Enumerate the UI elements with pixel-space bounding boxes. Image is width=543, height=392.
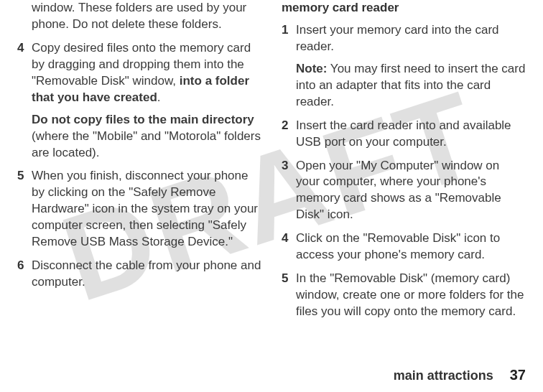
step-number: 4 (282, 230, 296, 263)
right-step-3: 3 Open your "My Computer" window on your… (282, 158, 526, 224)
page-footer: main attractions 37 (394, 367, 526, 383)
right-step-4: 4 Click on the "Removable Disk" icon to … (282, 230, 526, 263)
step4-sub-rest: (where the "Mobile" and "Motorola" folde… (32, 129, 261, 159)
step-number: 5 (282, 271, 296, 320)
step-number: 4 (17, 40, 32, 162)
step-body: Insert your memory card into the card re… (296, 22, 526, 111)
step1-note: Note: You may first need to insert the c… (296, 61, 526, 111)
footer-page-number: 37 (510, 367, 526, 383)
right-step-1: 1 Insert your memory card into the card … (282, 22, 526, 111)
left-step-5: 5 When you finish, disconnect your phone… (17, 168, 261, 251)
left-column: window. These folders are used by your p… (17, 0, 261, 327)
step-number: 1 (282, 22, 296, 111)
step-body: Copy desired files onto the memory card … (32, 40, 261, 162)
step4-sub-bold: Do not copy files to the main directory (32, 113, 254, 126)
step-body: When you finish, disconnect your phone b… (32, 168, 261, 251)
section-heading: memory card reader (282, 0, 526, 17)
note-rest: You may first need to insert the card in… (296, 62, 525, 108)
step-body: Click on the "Removable Disk" icon to ac… (296, 230, 526, 263)
step-number: 5 (17, 168, 32, 251)
step4-text-c: . (157, 90, 161, 104)
intro-continuation: window. These folders are used by your p… (32, 0, 261, 33)
step-number: 2 (282, 118, 296, 151)
step-body: Disconnect the cable from your phone and… (32, 258, 261, 291)
right-step-2: 2 Insert the card reader into and availa… (282, 118, 526, 151)
right-step-5: 5 In the "Removable Disk" (memory card) … (282, 271, 526, 320)
left-step-6: 6 Disconnect the cable from your phone a… (17, 258, 261, 291)
step4-subnote: Do not copy files to the main directory … (32, 112, 261, 162)
step-body: Open your "My Computer" window on your c… (296, 158, 526, 224)
right-column: memory card reader 1 Insert your memory … (282, 0, 526, 327)
footer-section-name: main attractions (394, 368, 493, 383)
page-columns: window. These folders are used by your p… (0, 0, 543, 327)
step-body: In the "Removable Disk" (memory card) wi… (296, 271, 526, 320)
note-label: Note: (296, 62, 327, 75)
step-number: 3 (282, 158, 296, 224)
step-number: 6 (17, 258, 32, 291)
left-step-4: 4 Copy desired files onto the memory car… (17, 40, 261, 162)
step-body: Insert the card reader into and availabl… (296, 118, 526, 151)
step1-text: Insert your memory card into the card re… (296, 23, 499, 53)
